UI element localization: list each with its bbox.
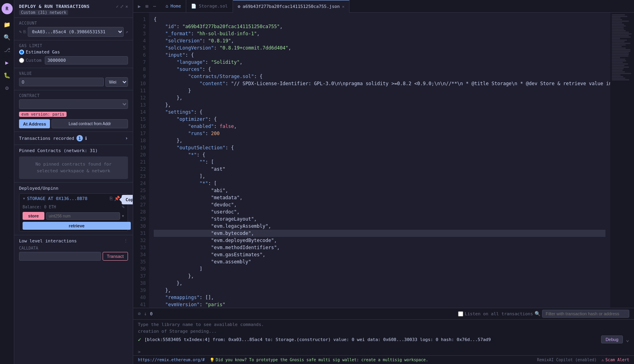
- json-file-icon: ⚙: [238, 4, 241, 9]
- app-logo: R: [2, 3, 13, 14]
- low-level-header: Low level interactions ⋮: [19, 238, 128, 244]
- warning-icon: ⚠: [602, 358, 604, 362]
- json-file-label: a69b43f277ba20fcac141151250ca755.json: [243, 4, 340, 9]
- editor-tabs: ▶ ⊞ ⋯ ⌂ Home 📄 Storage.sol ⚙ a69b43f277b…: [133, 0, 634, 13]
- console-creation-hint: creation of Storage pending...: [138, 329, 629, 334]
- custom-gas-radio[interactable]: Custom: [19, 58, 42, 63]
- sidebar-icon-search[interactable]: 🔍: [2, 32, 13, 43]
- icon-bar: R 📁 🔍 ⎇ ▶ 🐛 ⚙: [0, 0, 14, 364]
- balance-row: Balance: 0 ETH ✎: [19, 203, 128, 211]
- sidebar-icon-deploy[interactable]: ▶: [2, 57, 13, 68]
- sidebar-icon-settings[interactable]: ⚙: [2, 82, 13, 93]
- account-select[interactable]: 0xA03...85ac4 (0.39866531531: [28, 27, 124, 37]
- storage-collapse-icon[interactable]: ▾: [23, 196, 25, 201]
- low-level-section: Low level interactions ⋮ CALLDATA Transa…: [14, 235, 133, 264]
- gas-section: GAS LIMIT Estimated Gas Custom: [14, 40, 133, 68]
- scam-alert: ⚠ Scam Alert: [602, 358, 629, 362]
- creation-hint-text: creation of Storage pending...: [138, 329, 217, 334]
- storage-contract: ▾ STORAGE AT 0X136...8B78 ⎘ Copy Address…: [19, 193, 128, 232]
- low-level-label: Low level interactions: [19, 238, 77, 244]
- copy-tooltip: Copy Address ↗: [122, 195, 133, 204]
- more-tabs-icon[interactable]: ⋯: [151, 3, 157, 10]
- estimated-gas-label: Estimated Gas: [26, 50, 60, 55]
- account-edit-icon[interactable]: ⎘: [23, 29, 26, 34]
- tab-home[interactable]: ⌂ Home: [161, 0, 186, 13]
- load-contract-button[interactable]: Load contract from Addr: [52, 119, 128, 128]
- contract-select[interactable]: [19, 99, 128, 109]
- panel-title: DEPLOY & RUN TRANSACTIONS: [19, 4, 90, 9]
- estimated-gas-input[interactable]: [19, 50, 24, 55]
- console-clear-icon[interactable]: ⊘: [138, 311, 141, 316]
- copy-tooltip-text: Copy Address: [126, 197, 133, 202]
- status-url: https://remix.ethereum.org/#: [138, 358, 205, 362]
- calldata-input[interactable]: [19, 252, 101, 261]
- store-method-row: store ▾: [19, 211, 128, 221]
- value-section: VALUE Wei Gwei Ether: [14, 68, 133, 90]
- account-copy-icon[interactable]: ✎: [19, 29, 22, 34]
- transact-button[interactable]: Transact: [103, 252, 128, 261]
- minimap-content: [610, 13, 634, 82]
- transactions-text: Transactions recorded: [19, 136, 74, 141]
- console-tx-row: ✓ [block:5583405 txIndex:4] from: 0xa03.…: [138, 335, 629, 343]
- console-search-icon[interactable]: ↓: [144, 311, 147, 316]
- transactions-row[interactable]: Transactions recorded 1 ℹ ›: [14, 132, 133, 145]
- sidebar-icon-debug[interactable]: 🐛: [2, 70, 13, 81]
- contract-btn-row: At Address Load contract from Addr: [19, 119, 128, 128]
- value-input[interactable]: [19, 78, 104, 86]
- account-section: ACCOUNT ✎ ⎘ 0xA03...85ac4 (0.39866531531…: [14, 18, 133, 40]
- storage-copy-icon[interactable]: ⎘: [110, 196, 113, 201]
- console-count: 0: [150, 311, 153, 316]
- file-tree-icon[interactable]: ⊞: [144, 3, 150, 10]
- retrieve-button[interactable]: retrieve: [23, 222, 131, 230]
- store-button[interactable]: store: [23, 212, 44, 220]
- deployed-section: Deployed/Unpinn ▾ STORAGE AT 0X136...8B7…: [14, 183, 133, 235]
- network-badge: Custom (31) network: [19, 10, 68, 15]
- at-address-button[interactable]: At Address: [19, 119, 50, 128]
- contract-section: CONTRACT evm version: paris At Address L…: [14, 90, 133, 132]
- console-type-hint: Type the library name to see available c…: [138, 322, 629, 327]
- custom-gas-row: Custom: [19, 56, 128, 65]
- debug-button[interactable]: Debug: [601, 335, 623, 343]
- custom-gas-input[interactable]: [19, 58, 24, 63]
- left-panel: DEPLOY & RUN TRANSACTIONS ✓ ⤢ ✕ Custom (…: [14, 0, 133, 364]
- console-prompt: >: [138, 349, 141, 354]
- close-icon[interactable]: ✕: [125, 4, 128, 9]
- evm-badge: evm version: paris: [19, 112, 67, 117]
- tab-json-file[interactable]: ⚙ a69b43f277ba20fcac141151250ca755.json …: [233, 0, 350, 13]
- storage-header[interactable]: ▾ STORAGE AT 0X136...8B78 ⎘ Copy Address…: [19, 194, 128, 203]
- account-label: ACCOUNT: [19, 21, 128, 25]
- sidebar-icon-git[interactable]: ⎇: [2, 44, 13, 55]
- store-input[interactable]: [46, 212, 120, 220]
- tx-success-icon: ✓: [138, 336, 141, 343]
- custom-gas-value[interactable]: [45, 56, 128, 65]
- tab-storage-sol[interactable]: 📄 Storage.sol: [186, 0, 233, 13]
- tx-expand-icon[interactable]: ⌄: [626, 336, 629, 343]
- editor-area: 1234567891011121314151617181920212223242…: [133, 13, 634, 308]
- low-level-menu-icon[interactable]: ⋮: [124, 238, 128, 244]
- custom-gas-label: Custom: [26, 58, 42, 63]
- json-tab-close-icon[interactable]: ✕: [342, 4, 344, 9]
- listen-all-input[interactable]: [458, 311, 463, 316]
- expand-icon[interactable]: ⤢: [120, 4, 124, 9]
- bottom-area: ⊘ ↓ 0 Listen on all transactions 🔍 Type …: [133, 308, 634, 355]
- code-content[interactable]: { "id": "a69b43f277ba20fcac141151250ca75…: [149, 13, 610, 308]
- value-unit-select[interactable]: Wei Gwei Ether: [105, 77, 128, 87]
- transactions-count: 1: [76, 135, 83, 141]
- filter-input[interactable]: [542, 310, 629, 318]
- store-expand-icon[interactable]: ▾: [122, 213, 124, 219]
- storage-sol-label: Storage.sol: [199, 4, 228, 9]
- transactions-expand-icon[interactable]: ›: [125, 135, 128, 141]
- account-external-icon[interactable]: ↗: [125, 29, 128, 34]
- estimated-gas-radio[interactable]: Estimated Gas: [19, 50, 60, 55]
- main-area: ▶ ⊞ ⋯ ⌂ Home 📄 Storage.sol ⚙ a69b43f277b…: [133, 0, 634, 364]
- play-icon[interactable]: ▶: [136, 3, 142, 10]
- pinned-contracts-section: Pinned Contracts (network: 31) No pinned…: [14, 145, 133, 183]
- copilot-status: RemixAI Copilot (enabled): [537, 358, 597, 362]
- sidebar-icon-files[interactable]: 📁: [2, 19, 13, 30]
- filter-search-icon[interactable]: 🔍: [535, 311, 540, 316]
- status-right: RemixAI Copilot (enabled) ⚠ Scam Alert: [537, 358, 629, 362]
- copy-address-container: ⎘ Copy Address ↗: [110, 196, 113, 201]
- deployed-header: Deployed/Unpinn: [19, 186, 128, 191]
- value-row: Wei Gwei Ether: [19, 77, 128, 87]
- balance-edit-icon[interactable]: ✎: [122, 204, 124, 210]
